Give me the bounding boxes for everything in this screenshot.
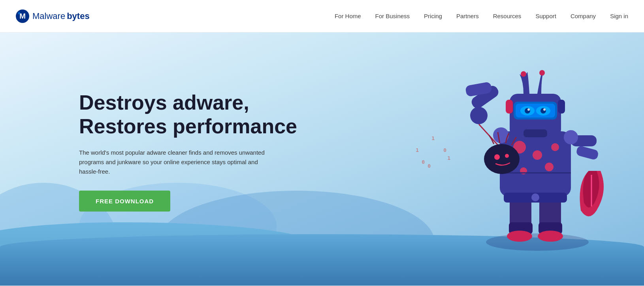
logo-bytes: bytes [67, 11, 89, 21]
robot-svg [454, 56, 620, 254]
svg-point-40 [527, 108, 530, 111]
svg-rect-30 [576, 145, 599, 160]
nav-partners[interactable]: Partners [456, 13, 479, 19]
hero-section: 1 0 1 0 1 0 Destroys adware, Restores pe… [0, 32, 644, 286]
free-download-button[interactable]: FREE DOWNLOAD [79, 190, 170, 211]
main-nav: For Home For Business Pricing Partners R… [335, 13, 628, 19]
svg-rect-46 [523, 129, 547, 137]
svg-point-26 [484, 144, 520, 174]
hero-content: Destroys adware, Restores performance Th… [79, 91, 297, 212]
svg-point-23 [470, 107, 488, 124]
svg-text:M: M [19, 11, 26, 20]
svg-rect-44 [506, 100, 513, 114]
svg-point-28 [505, 154, 509, 158]
robot-illustration [454, 56, 620, 254]
hero-title: Destroys adware, Restores performance [79, 91, 297, 138]
svg-point-6 [507, 231, 532, 242]
logo-icon: M [16, 9, 29, 23]
svg-point-42 [521, 71, 526, 77]
nav-support[interactable]: Support [535, 13, 556, 19]
svg-point-9 [538, 231, 563, 242]
svg-point-17 [545, 163, 554, 171]
svg-point-3 [486, 233, 589, 251]
nav-pricing[interactable]: Pricing [424, 13, 442, 19]
logo-malware: Malware [32, 11, 65, 21]
nav-resources[interactable]: Resources [493, 13, 522, 19]
svg-point-43 [539, 70, 545, 76]
binary-3: 1 [447, 155, 450, 161]
svg-rect-45 [558, 100, 565, 114]
hero-subtitle: The world's most popular adware cleaner … [79, 148, 269, 176]
svg-point-20 [531, 193, 539, 201]
svg-point-2 [18, 12, 21, 14]
binary-2: 0 [443, 147, 446, 153]
svg-point-14 [533, 150, 542, 160]
nav-for-business[interactable]: For Business [375, 13, 410, 19]
svg-point-31 [564, 130, 578, 144]
site-header: M Malwarebytes For Home For Business Pri… [0, 0, 644, 32]
nav-for-home[interactable]: For Home [335, 13, 361, 19]
svg-point-15 [551, 143, 559, 151]
svg-point-27 [494, 154, 500, 160]
binary-4: 0 [427, 163, 431, 169]
svg-point-41 [543, 108, 546, 111]
binary-6: 0 [422, 159, 425, 165]
logo[interactable]: M Malwarebytes [16, 9, 90, 23]
binary-5: 1 [416, 147, 419, 153]
nav-sign-in[interactable]: Sign in [610, 13, 628, 19]
nav-company[interactable]: Company [571, 13, 596, 19]
binary-1: 1 [431, 135, 435, 141]
